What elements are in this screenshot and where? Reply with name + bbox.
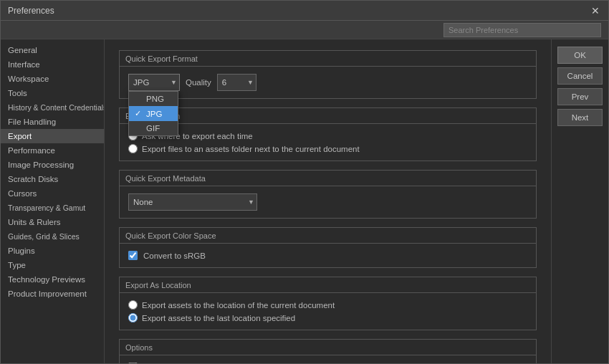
sidebar-item-product-improvement[interactable]: Product Improvement [1, 287, 104, 301]
search-bar [1, 21, 608, 39]
quick-export-format-section: Quick Export Format JPG ▼ [119, 50, 537, 99]
format-row: JPG ▼ PNG ✓ [128, 74, 527, 91]
gif-checkmark [135, 124, 143, 133]
convert-srgb-checkbox[interactable] [128, 251, 138, 260]
assets-folder-radio[interactable] [128, 144, 138, 153]
options-section: Options Use legacy "Export As" [119, 339, 537, 363]
quick-export-metadata-label: Quick Export Metadata [120, 171, 536, 186]
quick-export-metadata-content: None Copyright All ▼ [120, 186, 536, 218]
export-location-radio-row-1: Ask where to export each time [128, 131, 527, 140]
quick-export-format-label: Quick Export Format [120, 51, 536, 67]
gif-label: GIF [146, 124, 160, 133]
format-dropdown-container: JPG ▼ PNG ✓ [128, 74, 180, 91]
sidebar-item-general[interactable]: General [1, 43, 104, 57]
last-location-label: Export assets to the last location speci… [142, 314, 295, 322]
format-select[interactable]: JPG ▼ [128, 74, 180, 91]
sidebar-item-units[interactable]: Units & Rulers [1, 215, 104, 229]
sidebar-item-history[interactable]: History & Content Credentials [1, 100, 104, 115]
assets-folder-label: Export files to an assets folder next to… [142, 145, 360, 153]
close-button[interactable]: ✕ [590, 5, 601, 16]
export-as-location-radio-row-1: Export assets to the location of the cur… [128, 300, 527, 310]
jpg-label: JPG [146, 110, 162, 118]
current-doc-label: Export assets to the location of the cur… [142, 301, 335, 310]
metadata-select-wrapper: None Copyright All ▼ [128, 193, 257, 211]
options-content: Use legacy "Export As" [120, 355, 536, 363]
next-button[interactable]: Next [557, 109, 603, 126]
sidebar-item-type[interactable]: Type [1, 258, 104, 272]
sidebar-item-guides[interactable]: Guides, Grid & Slices [1, 229, 104, 244]
quick-export-color-space-label: Quick Export Color Space [120, 228, 536, 244]
sidebar-item-transparency[interactable]: Transparency & Gamut [1, 201, 104, 215]
format-dropdown-menu: PNG ✓ JPG GIF [128, 91, 178, 136]
format-dropdown-arrow: ▼ [171, 79, 177, 86]
sidebar-item-file-handling[interactable]: File Handling [1, 115, 104, 129]
dialog-title: Preferences [8, 6, 54, 16]
quick-export-format-content: JPG ▼ PNG ✓ [120, 67, 536, 98]
export-location-label: Export Location [120, 108, 536, 124]
legacy-export-label: Use legacy "Export As" [143, 363, 227, 364]
sidebar-item-scratch-disks[interactable]: Scratch Disks [1, 172, 104, 186]
jpg-checkmark: ✓ [135, 109, 143, 118]
quick-export-metadata-section: Quick Export Metadata None Copyright All… [119, 170, 537, 219]
quick-export-color-space-content: Convert to sRGB [120, 244, 536, 267]
quick-export-color-space-section: Quick Export Color Space Convert to sRGB [119, 227, 537, 268]
metadata-select[interactable]: None Copyright All [128, 193, 257, 211]
convert-srgb-row: Convert to sRGB [128, 251, 527, 260]
png-label: PNG [146, 95, 164, 103]
content-area: General Interface Workspace Tools Histor… [1, 39, 608, 363]
legacy-export-checkbox[interactable] [128, 363, 138, 363]
prev-button[interactable]: Prev [557, 88, 603, 105]
export-as-location-content: Export assets to the location of the cur… [120, 293, 536, 330]
sidebar-item-plugins[interactable]: Plugins [1, 244, 104, 258]
export-as-location-radio-row-2: Export assets to the last location speci… [128, 313, 527, 322]
sidebar-item-tools[interactable]: Tools [1, 86, 104, 100]
quality-select-wrapper: 6 12345 78910 ▼ [217, 74, 256, 91]
preferences-dialog: Preferences ✕ General Interface Workspac… [0, 0, 609, 364]
sidebar-item-image-processing[interactable]: Image Processing [1, 158, 104, 172]
ok-button[interactable]: OK [557, 47, 603, 64]
last-location-radio[interactable] [128, 313, 138, 322]
sidebar-item-interface[interactable]: Interface [1, 57, 104, 72]
quality-select[interactable]: 6 12345 78910 [217, 74, 256, 91]
main-content: Quick Export Format JPG ▼ [105, 39, 551, 363]
sidebar-item-performance[interactable]: Performance [1, 143, 104, 158]
current-doc-radio[interactable] [128, 300, 138, 310]
png-checkmark [135, 95, 143, 103]
sidebar-item-export[interactable]: Export [1, 129, 104, 143]
legacy-export-row: Use legacy "Export As" [128, 363, 527, 363]
export-location-section: Export Location Ask where to export each… [119, 107, 537, 161]
sidebar-item-cursors[interactable]: Cursors [1, 186, 104, 201]
sidebar: General Interface Workspace Tools Histor… [1, 39, 105, 363]
sidebar-item-workspace[interactable]: Workspace [1, 72, 104, 86]
title-bar: Preferences ✕ [1, 1, 608, 21]
convert-srgb-label: Convert to sRGB [143, 252, 206, 260]
buttons-panel: OK Cancel Prev Next [551, 39, 608, 363]
export-location-radio-row-2: Export files to an assets folder next to… [128, 144, 527, 153]
sidebar-item-tech-previews[interactable]: Technology Previews [1, 272, 104, 287]
search-input[interactable] [443, 23, 601, 37]
format-option-jpg[interactable]: ✓ JPG [129, 106, 178, 121]
options-label: Options [120, 340, 536, 355]
format-option-png[interactable]: PNG [129, 92, 178, 106]
format-selected-value: JPG [133, 78, 149, 87]
format-option-gif[interactable]: GIF [129, 121, 178, 135]
quality-label: Quality [186, 78, 211, 87]
export-as-location-label: Export As Location [120, 277, 536, 293]
cancel-button[interactable]: Cancel [557, 67, 603, 85]
main-area: Quick Export Format JPG ▼ [105, 39, 551, 363]
export-as-location-section: Export As Location Export assets to the … [119, 277, 537, 330]
export-location-content: Ask where to export each time Export fil… [120, 124, 536, 161]
